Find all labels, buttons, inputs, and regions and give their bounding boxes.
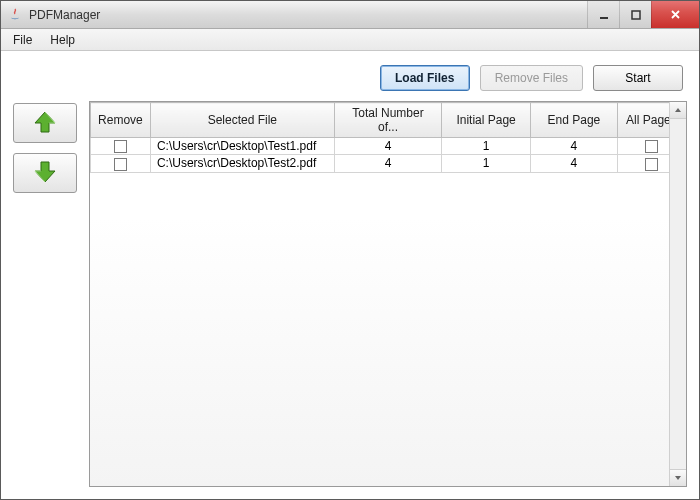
app-window: PDFManager File Help Load Files Remove F… <box>0 0 700 500</box>
cell-total: 4 <box>334 155 441 172</box>
cell-file[interactable]: C:\Users\cr\Desktop\Test2.pdf <box>150 155 334 172</box>
close-button[interactable] <box>651 1 699 28</box>
arrow-down-icon <box>31 158 59 189</box>
java-app-icon <box>7 7 23 23</box>
table-header-row: Remove Selected File Total Number of... … <box>91 103 686 138</box>
menubar: File Help <box>1 29 699 51</box>
content-area: Load Files Remove Files Start <box>1 51 699 499</box>
remove-files-button[interactable]: Remove Files <box>480 65 583 91</box>
scroll-up-icon[interactable] <box>670 102 686 119</box>
col-header-initial[interactable]: Initial Page <box>442 103 531 138</box>
table-row[interactable]: C:\Users\cr\Desktop\Test1.pdf 4 1 4 <box>91 138 686 155</box>
cell-initial[interactable]: 1 <box>442 155 531 172</box>
table-row[interactable]: C:\Users\cr\Desktop\Test2.pdf 4 1 4 <box>91 155 686 172</box>
cell-end[interactable]: 4 <box>531 138 618 155</box>
file-table-container: Remove Selected File Total Number of... … <box>89 101 687 487</box>
col-header-file[interactable]: Selected File <box>150 103 334 138</box>
cell-file[interactable]: C:\Users\cr\Desktop\Test1.pdf <box>150 138 334 155</box>
scroll-down-icon[interactable] <box>670 469 686 486</box>
checkbox-icon[interactable] <box>645 158 658 171</box>
reorder-buttons <box>13 101 77 487</box>
checkbox-icon[interactable] <box>114 140 127 153</box>
load-files-button[interactable]: Load Files <box>380 65 470 91</box>
cell-remove[interactable] <box>91 155 151 172</box>
checkbox-icon[interactable] <box>114 158 127 171</box>
window-controls <box>587 1 699 28</box>
cell-end[interactable]: 4 <box>531 155 618 172</box>
col-header-remove[interactable]: Remove <box>91 103 151 138</box>
menu-file[interactable]: File <box>5 31 40 49</box>
cell-remove[interactable] <box>91 138 151 155</box>
main-row: Remove Selected File Total Number of... … <box>13 101 687 487</box>
svg-rect-0 <box>600 17 608 19</box>
cell-total: 4 <box>334 138 441 155</box>
col-header-end[interactable]: End Page <box>531 103 618 138</box>
file-table: Remove Selected File Total Number of... … <box>90 102 686 173</box>
move-up-button[interactable] <box>13 103 77 143</box>
menu-help[interactable]: Help <box>42 31 83 49</box>
start-button[interactable]: Start <box>593 65 683 91</box>
svg-rect-1 <box>632 11 640 19</box>
arrow-up-icon <box>31 108 59 139</box>
toolbar: Load Files Remove Files Start <box>13 61 687 101</box>
minimize-button[interactable] <box>587 1 619 28</box>
vertical-scrollbar[interactable] <box>669 102 686 486</box>
maximize-button[interactable] <box>619 1 651 28</box>
checkbox-icon[interactable] <box>645 140 658 153</box>
move-down-button[interactable] <box>13 153 77 193</box>
cell-initial[interactable]: 1 <box>442 138 531 155</box>
titlebar: PDFManager <box>1 1 699 29</box>
window-title: PDFManager <box>29 8 587 22</box>
col-header-total[interactable]: Total Number of... <box>334 103 441 138</box>
